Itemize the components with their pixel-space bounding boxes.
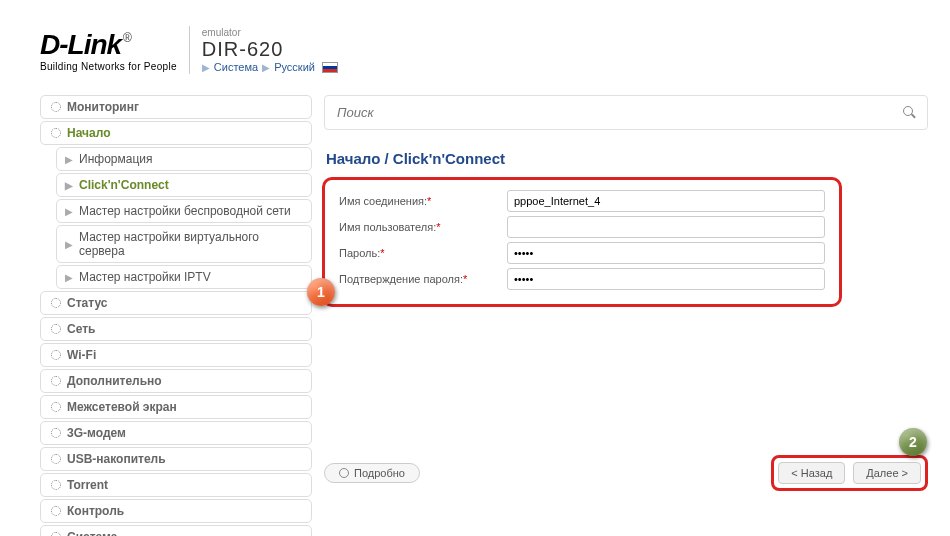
search-input[interactable] xyxy=(335,104,903,121)
gear-icon xyxy=(51,402,61,412)
username-input[interactable] xyxy=(507,216,825,238)
password-confirm-label: Подтверждение пароля:* xyxy=(339,273,507,285)
gear-icon xyxy=(51,376,61,386)
back-button[interactable]: < Назад xyxy=(778,462,845,484)
chevron-right-icon: ▶ xyxy=(65,180,73,191)
sidebar-item[interactable]: Дополнительно xyxy=(40,369,312,393)
sidebar-item-label: Мастер настройки беспроводной сети xyxy=(79,204,291,218)
sidebar-item-label: USB-накопитель xyxy=(67,452,166,466)
gear-icon xyxy=(51,102,61,112)
sidebar-item-label: Начало xyxy=(67,126,110,140)
sidebar-item[interactable]: Torrent xyxy=(40,473,312,497)
sidebar-item-label: Мастер настройки виртуального сервера xyxy=(79,230,303,258)
sidebar-item-label: Система xyxy=(67,530,118,536)
sidebar-item-label: Torrent xyxy=(67,478,108,492)
sidebar-item[interactable]: Начало xyxy=(40,121,312,145)
circle-icon xyxy=(339,468,349,478)
sidebar-sub-item[interactable]: ▶Информация xyxy=(56,147,312,171)
chevron-right-icon: ▶ xyxy=(202,62,210,73)
password-label: Пароль:* xyxy=(339,247,507,259)
connection-form: Имя соединения:* Имя пользователя:* Паро… xyxy=(322,177,842,307)
sidebar: МониторингНачало▶Информация▶Click'n'Conn… xyxy=(40,95,312,536)
gear-icon xyxy=(51,454,61,464)
gear-icon xyxy=(51,480,61,490)
gear-icon xyxy=(51,298,61,308)
gear-icon xyxy=(51,128,61,138)
annotation-badge-2: 2 xyxy=(899,428,927,456)
search-box[interactable] xyxy=(324,95,928,130)
gear-icon xyxy=(51,324,61,334)
sidebar-item-label: Контроль xyxy=(67,504,124,518)
sidebar-item[interactable]: Система xyxy=(40,525,312,536)
sidebar-sub-item[interactable]: ▶Мастер настройки виртуального сервера xyxy=(56,225,312,263)
gear-icon xyxy=(51,428,61,438)
sidebar-item[interactable]: 3G-модем xyxy=(40,421,312,445)
brand-name: D-Link xyxy=(40,29,121,61)
chevron-right-icon: ▶ xyxy=(65,206,73,217)
header-divider xyxy=(189,26,190,74)
annotation-badge-1: 1 xyxy=(307,278,335,306)
conn-name-input[interactable] xyxy=(507,190,825,212)
sidebar-item-label: Сеть xyxy=(67,322,95,336)
next-button[interactable]: Далее > xyxy=(853,462,921,484)
sidebar-sub-item[interactable]: ▶Мастер настройки IPTV xyxy=(56,265,312,289)
nav-buttons-group: 2 < Назад Далее > xyxy=(771,455,928,491)
chevron-right-icon: ▶ xyxy=(65,272,73,283)
language-link[interactable]: Русский xyxy=(274,61,315,73)
password-input[interactable] xyxy=(507,242,825,264)
chevron-right-icon: ▶ xyxy=(262,62,270,73)
search-icon[interactable] xyxy=(903,106,917,120)
sidebar-item-label: Click'n'Connect xyxy=(79,178,169,192)
sidebar-item[interactable]: Межсетевой экран xyxy=(40,395,312,419)
chevron-right-icon: ▶ xyxy=(65,239,73,250)
sidebar-sub-item[interactable]: ▶Мастер настройки беспроводной сети xyxy=(56,199,312,223)
logo: D-Link ® Building Networks for People xyxy=(40,29,177,72)
sidebar-item-label: Wi-Fi xyxy=(67,348,96,362)
flag-russia-icon xyxy=(322,62,338,73)
sidebar-item[interactable]: Wi-Fi xyxy=(40,343,312,367)
sidebar-item-label: Мониторинг xyxy=(67,100,139,114)
sidebar-item[interactable]: Контроль xyxy=(40,499,312,523)
sidebar-item-label: Информация xyxy=(79,152,152,166)
chevron-right-icon: ▶ xyxy=(65,154,73,165)
sidebar-item[interactable]: Статус xyxy=(40,291,312,315)
gear-icon xyxy=(51,350,61,360)
gear-icon xyxy=(51,506,61,516)
gear-icon xyxy=(51,532,61,536)
header: D-Link ® Building Networks for People em… xyxy=(40,20,928,80)
sidebar-item-label: Межсетевой экран xyxy=(67,400,177,414)
sidebar-item-label: Дополнительно xyxy=(67,374,162,388)
conn-name-label: Имя соединения:* xyxy=(339,195,507,207)
sidebar-item-label: Мастер настройки IPTV xyxy=(79,270,211,284)
model-name: DIR-620 xyxy=(202,38,338,61)
sidebar-item[interactable]: USB-накопитель xyxy=(40,447,312,471)
password-confirm-input[interactable] xyxy=(507,268,825,290)
brand-tagline: Building Networks for People xyxy=(40,61,177,72)
reg-mark: ® xyxy=(123,31,132,45)
system-link[interactable]: Система xyxy=(214,61,258,73)
emulator-label: emulator xyxy=(202,27,338,38)
details-button[interactable]: Подробно xyxy=(324,463,420,483)
sidebar-item-label: 3G-модем xyxy=(67,426,126,440)
sidebar-sub-item[interactable]: ▶Click'n'Connect xyxy=(56,173,312,197)
username-label: Имя пользователя:* xyxy=(339,221,507,233)
sidebar-item[interactable]: Сеть xyxy=(40,317,312,341)
breadcrumb: Начало / Click'n'Connect xyxy=(326,150,928,167)
sidebar-item[interactable]: Мониторинг xyxy=(40,95,312,119)
sidebar-item-label: Статус xyxy=(67,296,107,310)
